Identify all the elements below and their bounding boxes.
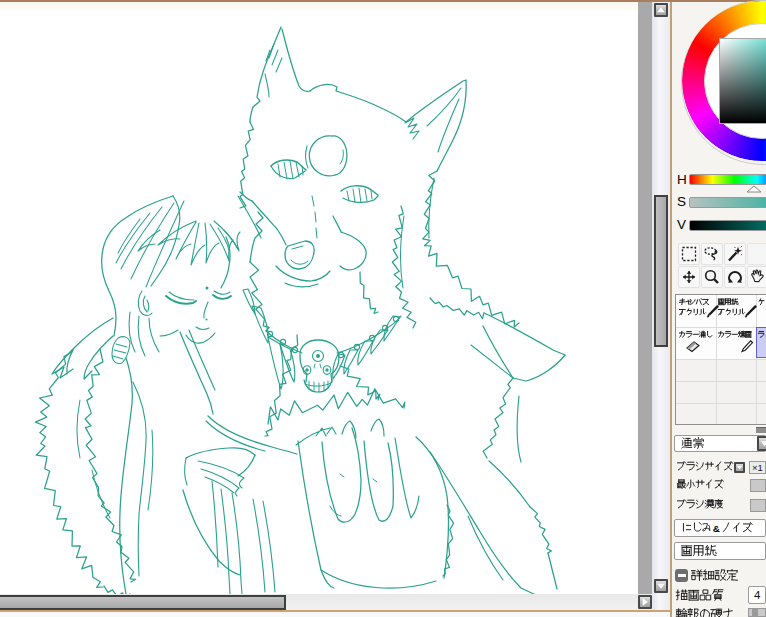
svg-text:&: & bbox=[713, 523, 720, 534]
